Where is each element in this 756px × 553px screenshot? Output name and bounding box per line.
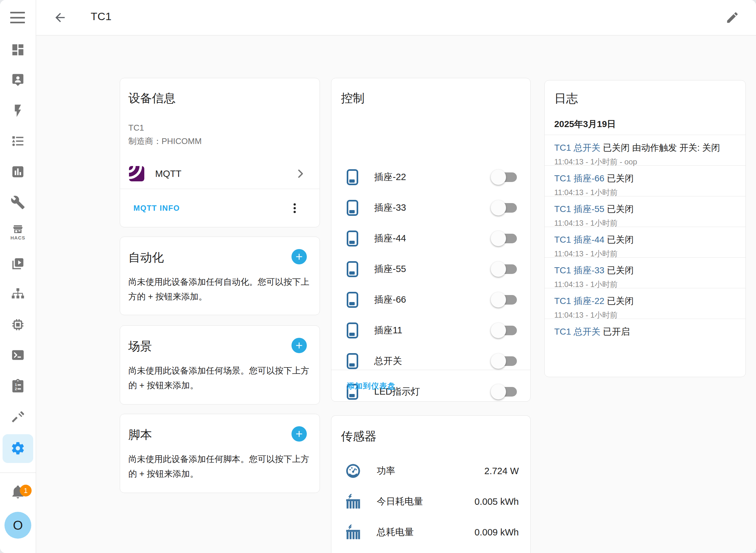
back-button[interactable] <box>53 10 67 24</box>
scene-title: 场景 <box>128 338 320 354</box>
sidebar-item-settings[interactable] <box>0 437 36 460</box>
device-manufacturer: 制造商：PHICOMM <box>128 135 320 148</box>
logbook-entity-link[interactable]: TC1 插座-66 <box>554 173 604 183</box>
control-label: 插座-22 <box>374 171 494 183</box>
logbook-card: 日志 2025年3月19日 TC1 总开关 已关闭 由动作触发 开关: 关闭 1… <box>544 80 746 377</box>
plus-icon <box>294 340 304 350</box>
arrow-left-icon <box>53 10 67 24</box>
sidebar-item-logbook[interactable] <box>0 130 36 153</box>
logbook-entity-link[interactable]: TC1 插座-22 <box>554 296 604 306</box>
automation-title: 自动化 <box>128 250 320 266</box>
logbook-entity-link[interactable]: TC1 插座-44 <box>554 235 604 245</box>
toggle-switch[interactable] <box>494 356 517 366</box>
chip-icon <box>10 317 25 332</box>
sidebar: HACS <box>0 0 36 553</box>
logbook-entity-link[interactable]: TC1 总开关 <box>554 327 600 336</box>
device-meta: TC1 制造商：PHICOMM <box>128 121 320 148</box>
controls-card-actions: 添加到仪表盘 <box>331 370 530 402</box>
edit-button[interactable] <box>725 10 739 24</box>
automation-card: 自动化 尚未使用此设备添加任何自动化。您可以按下上方的 + 按钮来添加。 <box>120 237 320 315</box>
toggle-switch[interactable] <box>494 234 517 243</box>
toggle-switch[interactable] <box>494 203 517 213</box>
menu-icon[interactable] <box>10 12 25 23</box>
mqtt-info-button[interactable]: MQTT INFO <box>134 204 288 213</box>
toggle-knob <box>491 353 506 369</box>
add-script-button[interactable] <box>291 426 307 442</box>
toggle-knob <box>491 261 506 277</box>
sidebar-item-developer-tools[interactable] <box>0 405 36 428</box>
sidebar-item-map[interactable] <box>0 69 36 92</box>
toggle-switch[interactable] <box>494 295 517 305</box>
sensor-row[interactable]: 昨日耗电量 0.002 kWh <box>331 548 530 553</box>
avatar[interactable]: O <box>4 512 31 539</box>
add-automation-button[interactable] <box>291 249 307 264</box>
logbook-entry: TC1 插座-22 已关闭 11:04:13 - 1小时前 <box>544 288 746 319</box>
sidebar-item-hacs[interactable]: HACS <box>0 220 36 243</box>
power-socket-icon <box>347 231 358 246</box>
sidebar-divider <box>0 473 36 473</box>
control-row: 插座-33 <box>331 192 530 223</box>
control-row: 插座-66 <box>331 285 530 315</box>
app-header: TC1 <box>0 0 756 35</box>
toggle-knob <box>491 292 506 308</box>
script-title: 脚本 <box>128 427 320 443</box>
logbook-message: 已关闭 <box>607 265 634 275</box>
mqtt-logo-icon <box>129 166 144 181</box>
logbook-entry: TC1 插座-66 已关闭 11:04:13 - 1小时前 <box>544 165 746 196</box>
integration-row-mqtt[interactable]: MQTT <box>120 159 320 189</box>
sensor-row[interactable]: 总耗电量 0.009 kWh <box>331 517 530 548</box>
logbook-entry: TC1 插座-55 已关闭 11:04:13 - 1小时前 <box>544 196 746 227</box>
control-row: 插座-44 <box>331 223 530 254</box>
sensors-title: 传感器 <box>341 428 530 445</box>
sensor-label: 今日耗电量 <box>377 495 475 508</box>
sensor-row[interactable]: 今日耗电量 0.005 kWh <box>331 486 530 517</box>
sidebar-item-tools[interactable] <box>0 191 36 214</box>
logbook-entry: TC1 插座-44 已关闭 11:04:13 - 1小时前 <box>544 227 746 257</box>
more-options-icon[interactable] <box>288 200 301 217</box>
control-label: 插座-33 <box>374 202 494 214</box>
controls-title: 控制 <box>341 90 530 106</box>
add-scene-button[interactable] <box>291 338 307 353</box>
sensors-card: 传感器 <box>331 415 530 553</box>
gear-icon <box>10 441 25 456</box>
energy-counter-icon <box>345 493 361 510</box>
scene-empty-text: 尚未使用此设备添加任何场景。您可以按下上方的 + 按钮来添加。 <box>128 363 311 393</box>
clipboard-list-icon: 1 2 <box>10 378 25 393</box>
logbook-message: 已关闭 <box>607 173 634 183</box>
toggle-switch[interactable] <box>494 264 517 274</box>
toggle-switch[interactable] <box>494 172 517 182</box>
chevron-right-icon <box>294 167 307 180</box>
logbook-message: 已关闭 <box>607 296 634 306</box>
logbook-message: 已关闭 <box>607 235 634 245</box>
plus-icon <box>294 252 304 262</box>
toggle-knob <box>491 200 506 216</box>
logbook-entity-link[interactable]: TC1 插座-55 <box>554 204 604 214</box>
logbook-entity-link[interactable]: TC1 插座-33 <box>554 265 604 275</box>
storefront-icon <box>12 224 24 236</box>
sidebar-item-energy[interactable] <box>0 99 36 122</box>
add-to-dashboard-button[interactable]: 添加到仪表盘 <box>347 381 530 391</box>
sidebar-item-todo[interactable]: 1 2 <box>0 374 36 397</box>
lightning-bolt-icon <box>10 103 25 118</box>
sidebar-item-media[interactable] <box>0 252 36 275</box>
sensor-row[interactable]: 功率 2.724 W <box>331 456 530 486</box>
svg-text:2: 2 <box>15 387 17 391</box>
integration-name: MQTT <box>155 169 294 179</box>
control-label: 插座-44 <box>374 232 494 245</box>
person-badge-icon <box>10 73 25 87</box>
logbook-entity-link[interactable]: TC1 总开关 <box>554 143 600 153</box>
hammer-icon <box>10 409 25 424</box>
toggle-knob <box>491 323 506 338</box>
pencil-icon <box>725 10 739 24</box>
toggle-switch[interactable] <box>494 326 517 335</box>
power-socket-icon <box>347 200 358 216</box>
logbook-date: 2025年3月19日 <box>554 118 746 130</box>
device-name: TC1 <box>128 121 320 135</box>
sidebar-item-overview[interactable] <box>0 38 36 61</box>
media-play-icon <box>10 256 25 271</box>
automation-empty-text: 尚未使用此设备添加任何自动化。您可以按下上方的 + 按钮来添加。 <box>128 274 311 304</box>
sidebar-item-terminal[interactable] <box>0 343 36 367</box>
sidebar-item-history[interactable] <box>0 160 36 183</box>
sidebar-item-esphome[interactable] <box>0 313 36 336</box>
sidebar-item-network[interactable] <box>0 283 36 306</box>
